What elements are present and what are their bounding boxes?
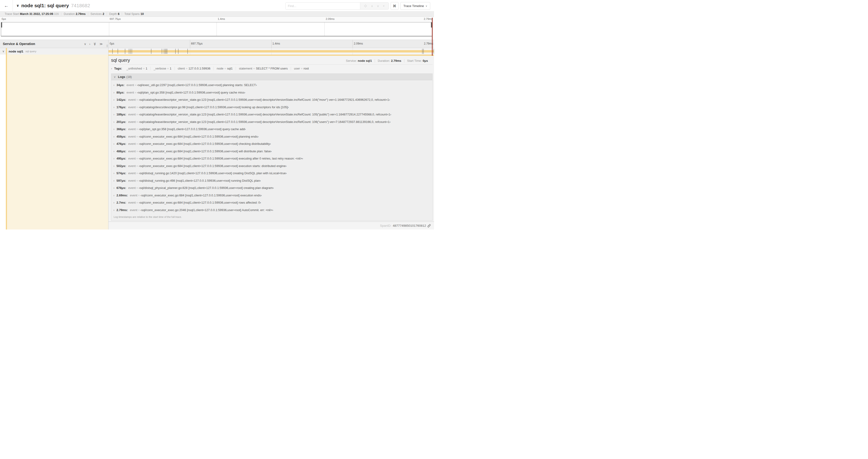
next-match-icon[interactable]: ∨: [377, 4, 379, 8]
log-equals: =: [135, 171, 139, 175]
log-field-key: event: [128, 135, 136, 138]
span-bar-area[interactable]: [108, 48, 434, 55]
minimap-tick-label: 1.4ms: [217, 18, 225, 20]
log-entry[interactable]: › 366μs: event = ‹sql/plan_opt.go:358 [n…: [114, 126, 432, 133]
log-field-key: event: [128, 113, 136, 116]
column-resize-grip[interactable]: ∥: [106, 44, 108, 47]
log-timestamp: 495μs:: [117, 157, 126, 160]
collapse-title-chevron-icon[interactable]: ∨: [16, 3, 19, 8]
summary-item: Services2: [88, 12, 107, 15]
logs-header[interactable]: ∨ Logs (18): [111, 74, 432, 80]
log-timestamp: 80μs:: [117, 91, 124, 94]
log-field-key: event: [130, 208, 137, 212]
copy-link-icon[interactable]: [428, 224, 431, 227]
log-marker-tick: [164, 49, 164, 54]
log-message: ‹sql/catalog/descs/descriptor.go:98 [nsq…: [139, 105, 289, 109]
chevron-right-icon: ›: [114, 164, 114, 168]
log-equals: =: [135, 135, 139, 138]
log-timestamp: 2.69ms:: [117, 194, 128, 197]
log-entry[interactable]: › 2.79ms: event = ‹sql/conn_executor_exe…: [114, 206, 432, 214]
log-entry[interactable]: › 201μs: event = ‹sql/catalog/lease/desc…: [114, 118, 432, 126]
log-timestamp: 366μs:: [117, 127, 126, 131]
log-field-key: event: [128, 201, 136, 204]
tag-item: user=root: [291, 67, 312, 70]
chevron-down-icon: ∨: [426, 5, 427, 7]
collapse-one-icon[interactable]: ∨: [84, 42, 86, 46]
chevron-right-icon: ›: [114, 157, 114, 160]
span-row[interactable]: ∨ node sql1 sql query: [0, 48, 434, 55]
log-entry[interactable]: › 597μs: event = ‹sql/distsql_running.go…: [114, 177, 432, 185]
tree-controls: ∨ › ≫ ≫: [84, 42, 107, 46]
find-box: ∧ ∨ ×: [285, 2, 389, 9]
log-entry[interactable]: › 2.69ms: event = ‹sql/conn_executor_exe…: [114, 192, 432, 199]
log-message: ‹sql/catalog/lease/descriptor_version_st…: [139, 113, 391, 116]
log-field-key: event: [128, 120, 136, 124]
log-timestamp: 597μs:: [117, 179, 126, 183]
logs-accordion: ∨ Logs (18) › 34μs: event = ‹sql/exec_ut…: [111, 73, 433, 221]
log-message: ‹sql/conn_executor_exec.go:684 [nsql1,cl…: [139, 164, 286, 168]
chevron-right-icon: ›: [114, 113, 114, 116]
span-row-name-column[interactable]: ∨ node sql1 sql query: [0, 48, 108, 55]
span-detail-overview: Service:node sql1 Duration:2.79ms Start …: [343, 59, 433, 63]
prev-match-icon[interactable]: ∧: [371, 4, 373, 8]
log-message: ‹sql/plan_opt.go:358 [nsql1,client=127.0…: [137, 91, 245, 94]
span-operation-name: sql query: [25, 50, 36, 53]
log-entry[interactable]: › 476μs: event = ‹sql/conn_executor_exec…: [114, 140, 432, 147]
chevron-right-icon: ›: [114, 105, 114, 109]
log-entry[interactable]: › 176μs: event = ‹sql/catalog/descs/desc…: [114, 104, 432, 111]
minimap-tick-label: 2.09ms: [325, 18, 335, 20]
log-timestamp: 2.79ms:: [117, 208, 128, 212]
log-message: ‹sql/conn_executor_exec.go:684 [nsql1,cl…: [139, 157, 303, 160]
log-marker-tick: [125, 49, 125, 54]
service-color-strip: [6, 48, 7, 55]
clear-search-icon[interactable]: ×: [383, 4, 384, 8]
tag-item: node=sql1: [214, 67, 236, 70]
chevron-right-icon: ›: [114, 150, 114, 153]
back-button[interactable]: ←: [0, 0, 13, 11]
log-entry[interactable]: › 142μs: event = ‹sql/catalog/lease/desc…: [114, 96, 432, 104]
log-message: ‹sql/plan_opt.go:358 [nsql1,client=127.0…: [139, 127, 246, 131]
ruler-tick-label: 697.75μs: [190, 42, 203, 45]
log-entry[interactable]: › 678μs: event = ‹sql/distsql_physical_p…: [114, 184, 432, 192]
span-collapse-chevron-icon[interactable]: ∨: [2, 50, 4, 53]
log-marker-tick: [175, 49, 176, 54]
log-message: ‹sql/catalog/lease/descriptor_version_st…: [139, 120, 391, 124]
log-entry[interactable]: › 495μs: event = ‹sql/conn_executor_exec…: [114, 155, 432, 162]
log-entry[interactable]: › 486μs: event = ‹sql/conn_executor_exec…: [114, 147, 432, 155]
log-equals: =: [135, 113, 139, 116]
minimap-canvas[interactable]: [1, 22, 432, 36]
view-selector-button[interactable]: Trace Timeline ∨: [400, 2, 430, 10]
find-input[interactable]: [286, 3, 360, 9]
log-entry[interactable]: › 34μs: event = ‹sql/exec_util.go:2297 […: [114, 81, 432, 89]
log-entry[interactable]: › 2.7ms: event = ‹sql/conn_executor_exec…: [114, 199, 432, 206]
minimap-scrubber-line[interactable]: [432, 18, 433, 56]
log-field-key: event: [128, 164, 136, 168]
log-message: ‹sql/conn_executor_exec.go:684 [nsql1,cl…: [139, 142, 271, 145]
log-entry[interactable]: › 502μs: event = ‹sql/conn_executor_exec…: [114, 162, 432, 170]
keyboard-shortcuts-button[interactable]: ⌘: [391, 2, 399, 10]
log-entry[interactable]: › 459μs: event = ‹sql/conn_executor_exec…: [114, 133, 432, 140]
log-entry[interactable]: › 80μs: event = ‹sql/plan_opt.go:358 [ns…: [114, 89, 432, 96]
log-entry[interactable]: › 189μs: event = ‹sql/catalog/lease/desc…: [114, 111, 432, 118]
collapse-all-icon[interactable]: ≫: [93, 42, 97, 45]
log-timestamp: 678μs:: [117, 186, 126, 190]
page-title: node sql1: sql query: [21, 3, 69, 8]
expand-one-icon[interactable]: ›: [89, 42, 90, 46]
expand-all-icon[interactable]: ≫: [99, 42, 103, 46]
timeline-minimap[interactable]: 0μs697.75μs1.4ms2.09ms2.79ms: [0, 17, 434, 36]
log-marker-tick: [165, 49, 165, 54]
log-field-key: event: [126, 91, 134, 94]
locate-icon[interactable]: [364, 4, 367, 7]
minimap-gridline: [109, 22, 109, 36]
log-marker-tick: [167, 49, 167, 54]
tags-accordion[interactable]: › Tags: _unfinished=1_verbose=1client=12…: [111, 65, 433, 72]
chevron-right-icon: ›: [114, 91, 114, 94]
log-entry[interactable]: › 574μs: event = ‹sql/distsql_running.go…: [114, 170, 432, 177]
tag-item: _unfinished=1: [123, 67, 151, 70]
minimap-left-drag-handle[interactable]: [1, 22, 2, 28]
log-marker-tick: [187, 49, 188, 54]
log-message: ‹sql/conn_executor_exec.go:2046 [nsql1,c…: [141, 208, 273, 212]
span-id-label: SpanID:: [380, 224, 392, 227]
selected-span-indent-fill: [7, 55, 108, 230]
chevron-right-icon: ›: [114, 171, 114, 175]
